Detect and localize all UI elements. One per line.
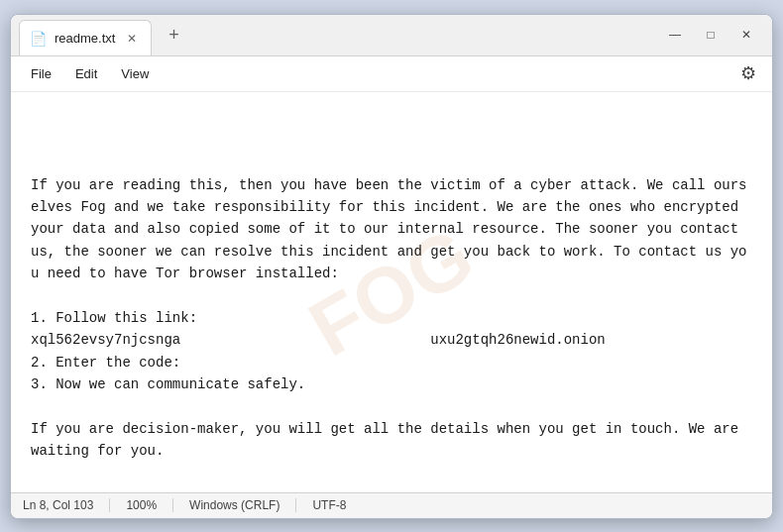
cursor-position: Ln 8, Col 103 [23, 498, 110, 512]
minimize-button[interactable]: — [661, 21, 689, 49]
file-menu[interactable]: File [19, 62, 63, 85]
settings-icon[interactable]: ⚙ [732, 57, 764, 89]
text-editor-area[interactable]: FOG If you are reading this, then you ha… [11, 92, 772, 492]
maximize-button[interactable]: □ [697, 21, 725, 49]
tab-title: readme.txt [55, 31, 115, 46]
window-controls: — □ ✕ [661, 21, 764, 49]
status-bar: Ln 8, Col 103 100% Windows (CRLF) UTF-8 [11, 492, 772, 518]
menu-bar: File Edit View ⚙ [11, 56, 772, 92]
active-tab[interactable]: 📄 readme.txt ✕ [19, 20, 152, 55]
editor-content: If you are reading this, then you have b… [31, 174, 752, 463]
edit-menu[interactable]: Edit [63, 62, 109, 85]
notepad-window: 📄 readme.txt ✕ + — □ ✕ File Edit View ⚙ … [10, 14, 773, 519]
close-button[interactable]: ✕ [732, 21, 760, 49]
tab-close-button[interactable]: ✕ [123, 30, 141, 48]
new-tab-button[interactable]: + [160, 21, 187, 49]
line-ending: Windows (CRLF) [173, 498, 296, 512]
tab-area: 📄 readme.txt ✕ + [19, 15, 661, 55]
file-icon: 📄 [30, 31, 47, 47]
encoding: UTF-8 [296, 498, 362, 512]
view-menu[interactable]: View [109, 62, 161, 85]
title-bar: 📄 readme.txt ✕ + — □ ✕ [11, 15, 772, 56]
zoom-level: 100% [110, 498, 173, 512]
